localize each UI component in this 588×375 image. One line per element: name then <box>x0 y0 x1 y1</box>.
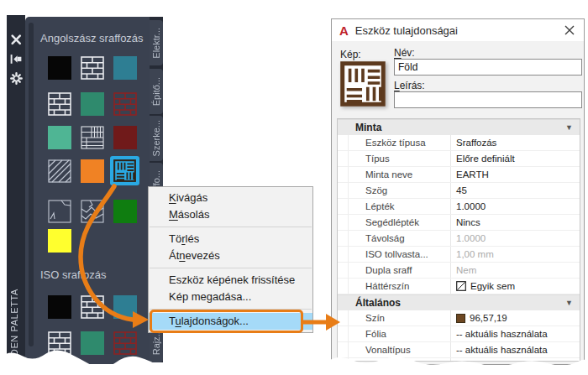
property-row: Lépték1.0000 <box>338 199 580 215</box>
property-row: Fólia-- aktuális használata <box>338 326 580 342</box>
property-row: Távolság1.0000 <box>338 231 580 247</box>
tool-properties-dialog: A Eszköz tulajdonságai Kép: Név: Leírás:… <box>331 18 585 365</box>
palette-scrollbar[interactable] <box>29 23 34 346</box>
swatch-brick-white[interactable] <box>81 295 104 319</box>
menu-item-kep-megadasa[interactable]: Kép megadása... <box>149 289 312 305</box>
description-input[interactable] <box>394 91 582 108</box>
swatch-diagonal-hatch[interactable] <box>48 159 71 183</box>
properties-gear-icon[interactable] <box>10 72 23 84</box>
dialog-titlebar: A Eszköz tulajdonságai <box>332 19 584 41</box>
autocad-logo-icon: A <box>339 24 349 37</box>
swatch-solid-orange[interactable] <box>81 159 104 183</box>
swatch-brick-white[interactable] <box>48 331 71 355</box>
palette-tab-label-vertical[interactable]: MINDEN PALETTA <box>9 289 19 374</box>
palette-titlebar-strip: MINDEN PALETTA <box>7 15 25 364</box>
dialog-title: Eszköz tulajdonságai <box>355 24 458 37</box>
swatch-solid-black[interactable] <box>48 295 71 319</box>
menu-separator <box>150 309 312 310</box>
property-row: Nyomtatási s...-- aktuális használata <box>338 358 580 362</box>
menu-separator <box>150 268 312 268</box>
earth-pattern-icon <box>113 159 136 182</box>
property-row: Minta neveEARTH <box>338 167 580 183</box>
name-label: Név: <box>394 47 415 59</box>
swatch-net[interactable] <box>81 126 104 149</box>
property-row: Eszköz típusaSraffozás <box>338 135 580 151</box>
section-header-altalanos[interactable]: Általános▼ <box>338 294 580 310</box>
collapse-chevron-icon: ▼ <box>565 299 573 307</box>
menu-item-torles[interactable]: Törlés <box>149 231 312 247</box>
swatch-solid-green[interactable] <box>81 92 104 116</box>
menu-item-tulajdonsagok[interactable]: Tulajdonságok... <box>149 313 312 330</box>
group-label-iso: ISO sraffozás <box>40 268 107 281</box>
menu-item-eszkoz-kepenek-frissitese[interactable]: Eszköz képének frissítése <box>149 272 312 289</box>
color-chip <box>456 314 465 323</box>
menu-item-atnevezes[interactable]: Átnevezés <box>149 247 312 264</box>
swatch-solid-teal[interactable] <box>113 295 137 319</box>
swatch-solid-teal[interactable] <box>113 56 137 80</box>
description-label: Leírás: <box>394 80 425 91</box>
swatch-brick-white[interactable] <box>48 92 71 116</box>
swatch-brick-red[interactable] <box>113 331 137 355</box>
tab-szerke[interactable]: Szerke... <box>150 116 163 161</box>
tool-palette-panel: Angolszász sraffozás <box>25 17 150 364</box>
swatch-zigzag-hatch[interactable] <box>81 200 104 223</box>
screenshot-root: MINDEN PALETTA Angolszász sraffozás <box>0 0 588 375</box>
tab-elektr[interactable]: Elektr... <box>150 20 163 65</box>
menu-item-kivagas[interactable]: Kivágás <box>149 190 312 206</box>
property-row: Dupla sraffNem <box>338 263 580 279</box>
context-menu: Kivágás Másolás Törlés Átnevezés Eszköz … <box>148 186 313 333</box>
tool-image-preview <box>340 61 386 107</box>
swatch-brick-red[interactable] <box>113 92 137 116</box>
tab-epito[interactable]: Épitő... <box>150 69 163 114</box>
menu-item-masolas[interactable]: Másolás <box>149 206 312 223</box>
auto-hide-pin-icon[interactable] <box>10 53 23 65</box>
none-color-icon <box>456 281 466 291</box>
image-label: Kép: <box>340 49 361 60</box>
swatch-earth-selected[interactable] <box>110 156 139 185</box>
property-row: TípusElőre definiált <box>338 151 580 167</box>
swatch-solid-green[interactable] <box>81 331 104 355</box>
collapse-chevron-icon: ▼ <box>565 123 573 132</box>
property-row: Vonaltípus-- aktuális használata <box>338 342 580 358</box>
group-label-angolszasz: Angolszász sraffozás <box>40 32 144 44</box>
property-row: Szín 96,57,19 <box>338 310 580 326</box>
menu-separator <box>150 227 312 227</box>
property-grid: Minta▼ Eszköz típusaSraffozás TípusElőre… <box>337 118 580 362</box>
name-input[interactable] <box>394 59 582 76</box>
swatch-brick-white[interactable] <box>81 56 104 80</box>
section-header-minta[interactable]: Minta▼ <box>338 119 580 135</box>
swatch-solid-black[interactable] <box>48 56 71 80</box>
swatch-solid-yellow[interactable] <box>48 229 71 253</box>
property-row: ISO tollvasta...1,00 mm <box>338 247 580 263</box>
swatch-solid-maroon[interactable] <box>113 126 137 149</box>
earth-pattern-preview-icon <box>340 61 386 107</box>
swatch-solid-seagreen[interactable] <box>48 126 71 149</box>
property-row: SegédléptékNincs <box>338 215 580 231</box>
property-row: Szög45 <box>338 183 580 199</box>
swatch-solid-puregreen[interactable] <box>113 200 137 223</box>
swatch-sparse-hatch[interactable] <box>48 200 71 223</box>
property-row: Háttérszín Egyik sem <box>338 279 580 294</box>
close-icon[interactable] <box>10 34 23 45</box>
close-icon[interactable] <box>564 24 575 36</box>
